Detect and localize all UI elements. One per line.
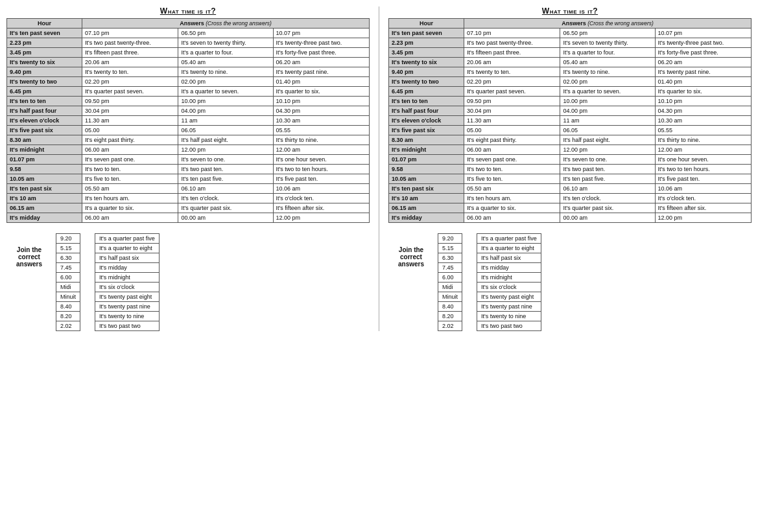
answer-cell-1: It's quarter past seven. [464, 87, 560, 97]
hour-cell: 9.40 pm [7, 67, 82, 77]
answer-cell-3: 10.07 pm [655, 29, 751, 38]
hour-cell: It's twenty to two [389, 77, 464, 87]
left-matching-label: Join the correct answers [6, 233, 52, 268]
right-matching-section: Join the correct answers 9.205.156.307.4… [388, 233, 752, 331]
right-half: What time is it? Hour Answers (Cross the… [388, 6, 752, 331]
list-item: It's twenty to nine [477, 312, 541, 321]
match-right-cell: It's twenty to nine [477, 312, 541, 321]
answer-cell-1: 20.06 am [82, 58, 178, 67]
answer-cell-1: 09.50 pm [82, 97, 178, 106]
hour-cell: It's ten past seven [7, 29, 82, 38]
list-item: It's twenty past eight [95, 292, 160, 302]
list-item: It's a quarter to eight [477, 244, 541, 253]
match-left-cell: 8.40 [438, 302, 462, 312]
answer-cell-3: It's twenty past nine. [655, 67, 751, 77]
list-item: 5.15 [438, 244, 462, 253]
answer-cell-1: 11.30 am [82, 116, 178, 126]
answer-cell-2: 04.00 pm [178, 106, 273, 116]
table-row: 6.45 pmIt's quarter past seven.It's a qu… [389, 87, 752, 97]
right-matching-label: Join the correct answers [388, 233, 434, 268]
list-item: It's twenty past nine [95, 302, 160, 312]
answer-cell-1: It's eight past thirty. [464, 135, 560, 145]
answer-cell-3: It's twenty-three past two. [655, 38, 751, 48]
answer-cell-3: It's forty-five past three. [273, 48, 369, 58]
answer-cell-3: It's quarter to six. [655, 87, 751, 97]
left-match-left-table: 9.205.156.307.456.00MidiMinuit8.408.202.… [56, 233, 80, 331]
answer-cell-2: It's quarter past six. [560, 203, 655, 213]
answer-cell-3: It's twenty-three past two. [273, 38, 369, 48]
hour-cell: It's midday [389, 213, 464, 223]
list-item: It's six o'clock [95, 283, 160, 292]
answer-cell-2: It's seven to twenty thirty. [560, 38, 655, 48]
answer-cell-1: It's fifteen past three. [464, 48, 560, 58]
list-item: 5.15 [56, 244, 80, 253]
answer-cell-3: It's fifteen after six. [655, 203, 751, 213]
hour-cell: It's 10 am [7, 194, 82, 203]
answer-cell-2: It's two past ten. [178, 165, 273, 174]
list-item: It's half past six [95, 253, 160, 263]
table-row: It's 10 amIt's ten hours am.It's ten o'c… [389, 194, 752, 203]
list-item: It's a quarter past five [95, 234, 160, 244]
left-match-right-table: It's a quarter past fiveIt's a quarter t… [95, 233, 160, 331]
page-container: What time is it? Hour Answers (Cross the… [6, 6, 752, 331]
answer-cell-1: 30.04 pm [82, 106, 178, 116]
match-right-cell: It's midnight [95, 273, 160, 283]
match-right-cell: It's twenty past nine [95, 302, 160, 312]
answer-cell-3: 10.30 am [273, 116, 369, 126]
hour-cell: It's ten past seven [389, 29, 464, 38]
table-row: 9.58It's two to ten.It's two past ten.It… [389, 165, 752, 174]
list-item: It's midnight [95, 273, 160, 283]
hour-cell: 2.23 pm [389, 38, 464, 48]
table-row: It's ten to ten09.50 pm10.00 pm10.10 pm [389, 97, 752, 106]
match-left-cell: 6.00 [56, 273, 80, 283]
answer-cell-2: It's twenty to nine. [178, 67, 273, 77]
answer-cell-1: 05.00 [82, 126, 178, 135]
answer-cell-3: 12.00 am [273, 145, 369, 155]
table-row: 2.23 pmIt's two past twenty-three.It's s… [389, 38, 752, 48]
answer-cell-3: It's two to ten hours. [273, 165, 369, 174]
hour-cell: 10.05 am [7, 174, 82, 184]
answer-cell-2: 06.10 am [560, 184, 655, 194]
answer-cell-1: 05.00 [464, 126, 560, 135]
table-row: 3.45 pmIt's fifteen past three.It's a qu… [389, 48, 752, 58]
answer-cell-3: It's o'clock ten. [273, 194, 369, 203]
list-item: 6.00 [438, 273, 462, 283]
right-th-hour: Hour [389, 19, 464, 29]
table-row: 10.05 amIt's five to ten.It's ten past f… [389, 174, 752, 184]
answer-cell-1: It's twenty to ten. [464, 67, 560, 77]
answer-cell-1: It's ten hours am. [464, 194, 560, 203]
list-item: Midi [438, 283, 462, 292]
left-th-hour: Hour [7, 19, 82, 29]
match-right-cell: It's midnight [477, 273, 541, 283]
answer-cell-1: 06.00 am [464, 145, 560, 155]
hour-cell: 01.07 pm [7, 155, 82, 165]
match-left-cell: 6.30 [56, 253, 80, 263]
match-right-cell: It's a quarter to eight [95, 244, 160, 253]
answer-cell-2: 12.00 pm [560, 145, 655, 155]
answer-cell-2: 10.00 pm [178, 97, 273, 106]
list-item: It's twenty past nine [477, 302, 541, 312]
answer-cell-2: It's two past ten. [560, 165, 655, 174]
match-right-cell: It's a quarter past five [477, 234, 541, 244]
answer-cell-1: 06.00 am [82, 145, 178, 155]
list-item: Midi [56, 283, 80, 292]
page-divider [379, 6, 379, 331]
answer-cell-3: 05.55 [273, 126, 369, 135]
answer-cell-2: 00.00 am [560, 213, 655, 223]
match-left-cell: 2.02 [56, 321, 80, 331]
answer-cell-1: 20.06 am [464, 58, 560, 67]
answer-cell-1: 09.50 pm [464, 97, 560, 106]
table-row: It's eleven o'clock11.30 am11 am10.30 am [389, 116, 752, 126]
match-right-cell: It's two past two [95, 321, 160, 331]
list-item: 6.30 [438, 253, 462, 263]
table-row: It's ten past seven07.10 pm06.50 pm10.07… [389, 29, 752, 38]
list-item: It's twenty past eight [477, 292, 541, 302]
answer-cell-3: It's fifteen after six. [273, 203, 369, 213]
answer-cell-2: 05.40 am [560, 58, 655, 67]
list-item: It's a quarter past five [477, 234, 541, 244]
answer-cell-1: It's eight past thirty. [82, 135, 178, 145]
table-row: 9.40 pmIt's twenty to ten.It's twenty to… [389, 67, 752, 77]
answer-cell-1: 05.50 am [82, 184, 178, 194]
table-row: It's ten past six05.50 am06.10 am10.06 a… [389, 184, 752, 194]
answer-cell-3: 10.06 am [273, 184, 369, 194]
